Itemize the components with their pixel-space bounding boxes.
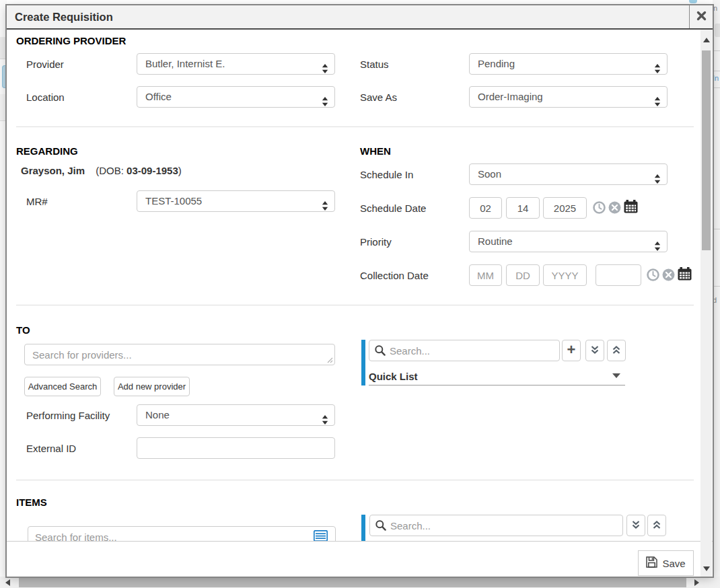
collection-date-day-input[interactable] (506, 264, 540, 286)
plus-icon: + (567, 342, 576, 357)
select-caret-icon (654, 237, 661, 252)
save-as-label: Save As (360, 91, 397, 103)
provider-label: Provider (26, 59, 64, 70)
scroll-left-arrow[interactable] (5, 579, 10, 586)
select-caret-icon (322, 60, 328, 75)
save-button[interactable]: Save (638, 550, 694, 576)
status-select[interactable]: Pending (469, 53, 668, 75)
select-caret-icon (654, 60, 661, 75)
vertical-scrollbar-thumb[interactable] (702, 50, 711, 250)
panel-accent-bar (361, 340, 365, 385)
quick-list-header[interactable]: Quick List (369, 371, 418, 382)
select-caret-icon (654, 93, 661, 108)
item-quicklist-search-input[interactable] (369, 515, 623, 536)
chevron-double-up-icon (612, 345, 621, 357)
save-icon (646, 556, 657, 570)
save-as-select[interactable]: Order-Imaging (469, 86, 668, 108)
scroll-down-arrow[interactable] (703, 566, 710, 571)
patient-name: Grayson, Jim (21, 165, 85, 176)
schedule-in-select[interactable]: Soon (469, 163, 668, 185)
advanced-search-button[interactable]: Advanced Search (24, 377, 101, 396)
priority-label: Priority (360, 236, 392, 248)
background-button-fragment (2, 65, 7, 88)
resize-grip-icon[interactable] (327, 357, 333, 363)
ordering-provider-heading: ORDERING PROVIDER (16, 35, 126, 46)
collection-date-time-input[interactable] (596, 264, 641, 286)
dob-suffix: ) (178, 165, 182, 176)
provider-search-textarea[interactable]: Search for providers... (24, 344, 335, 365)
external-id-input[interactable] (137, 437, 335, 459)
background-block (0, 37, 7, 59)
background-block (689, 0, 697, 3)
priority-select[interactable]: Routine (469, 231, 668, 252)
regarding-heading: REGARDING (16, 145, 78, 157)
section-divider (16, 305, 694, 305)
close-button[interactable] (689, 5, 713, 28)
item-list-icon[interactable] (314, 530, 328, 542)
dialog-vertical-scrollbar[interactable] (700, 30, 712, 577)
scrollbar-corner (705, 577, 720, 588)
collection-date-calendar-icon[interactable] (678, 267, 692, 281)
collection-date-label: Collection Date (360, 270, 429, 281)
dob-prefix: (DOB: (96, 165, 124, 176)
scroll-up-arrow[interactable] (703, 38, 710, 42)
collapse-all-button[interactable] (607, 340, 626, 361)
panel-accent-bar (361, 515, 365, 541)
search-icon (375, 345, 386, 359)
dialog-footer: Save (7, 541, 713, 577)
background-block (715, 24, 720, 37)
item-quicklist-search (369, 515, 623, 536)
select-caret-icon (322, 411, 328, 426)
collection-date-time-icon[interactable] (647, 268, 659, 281)
schedule-date-time-icon[interactable] (593, 201, 606, 214)
mr-label: MR# (26, 196, 48, 207)
external-id-label: External ID (26, 443, 76, 454)
schedule-date-label: Schedule Date (360, 203, 426, 214)
select-caret-icon (322, 197, 328, 212)
scroll-right-arrow[interactable] (694, 579, 699, 586)
caret-down-icon (612, 373, 620, 378)
chevron-double-down-icon (631, 520, 641, 531)
create-requisition-dialog: Create Requisition ORDERING PROVIDER Pro… (7, 5, 713, 577)
search-icon (375, 520, 386, 534)
quick-list-underline (369, 385, 625, 385)
performing-facility-select[interactable]: None (137, 404, 335, 426)
provider-quicklist-search (369, 340, 560, 361)
select-caret-icon (322, 93, 328, 108)
add-to-list-button[interactable]: + (562, 340, 581, 361)
background-page-left-edge (0, 0, 7, 588)
dob-value: 03-09-1953 (127, 165, 178, 176)
schedule-date-year-input[interactable] (543, 197, 587, 219)
schedule-date-clear-icon[interactable] (608, 201, 621, 214)
collection-date-month-input[interactable] (469, 264, 502, 286)
horizontal-scrollbar-thumb[interactable] (19, 577, 686, 587)
mr-select[interactable]: TEST-10055 (137, 190, 335, 212)
collection-date-year-input[interactable] (543, 264, 587, 286)
background-page-right-edge: n In d (713, 0, 720, 588)
section-divider (16, 480, 694, 480)
add-new-provider-button[interactable]: Add new provider (114, 377, 190, 396)
collection-date-clear-icon[interactable] (662, 268, 675, 281)
when-heading: WHEN (360, 145, 391, 157)
schedule-date-calendar-icon[interactable] (624, 200, 638, 213)
chevron-double-down-icon (590, 345, 600, 357)
provider-select[interactable]: Butler, Internist E. (137, 53, 335, 75)
to-heading: TO (16, 324, 30, 336)
chevron-double-up-icon (652, 520, 661, 531)
dialog-header: Create Requisition (7, 5, 713, 30)
background-text-fragment: n (713, 4, 717, 12)
items-expand-all-button[interactable] (626, 515, 645, 536)
performing-facility-label: Performing Facility (26, 410, 110, 421)
location-select[interactable]: Office (137, 86, 335, 108)
background-text-fragment: In (713, 74, 719, 82)
section-divider (16, 126, 694, 127)
patient-line: Grayson, Jim (DOB: 03-09-1953) (21, 165, 182, 176)
quicklist-search-input[interactable] (369, 340, 560, 361)
select-caret-icon (654, 170, 661, 185)
page-horizontal-scrollbar[interactable] (0, 577, 705, 588)
expand-all-button[interactable] (585, 340, 604, 361)
schedule-date-day-input[interactable] (506, 197, 540, 219)
location-label: Location (26, 91, 65, 103)
schedule-date-month-input[interactable] (469, 197, 502, 219)
items-collapse-all-button[interactable] (647, 515, 666, 536)
